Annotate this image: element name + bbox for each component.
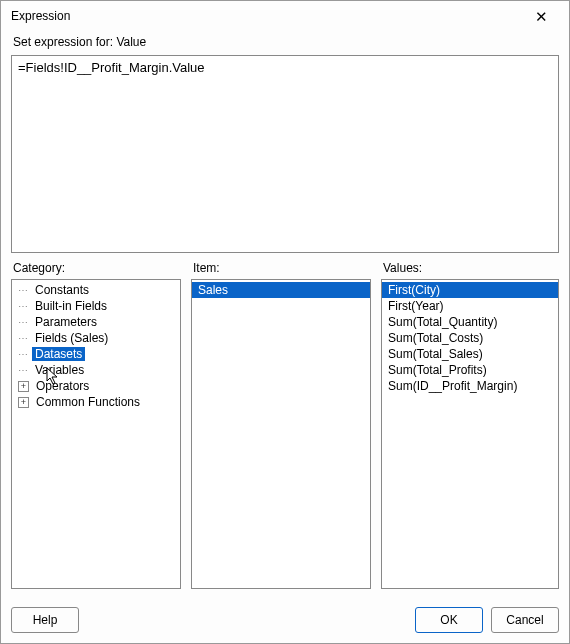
item-label: Item: [193,261,371,275]
tree-leaf-icon: ⋯ [18,301,32,312]
values-column: Values: First(City)First(Year)Sum(Total_… [381,261,559,589]
values-list-item[interactable]: Sum(Total_Costs) [382,330,558,346]
values-list-item[interactable]: Sum(Total_Quantity) [382,314,558,330]
category-item-label: Constants [32,283,92,297]
item-listbox[interactable]: Sales [191,279,371,589]
cancel-button[interactable]: Cancel [491,607,559,633]
category-item-label: Operators [33,379,92,393]
values-list-item[interactable]: First(Year) [382,298,558,314]
help-button[interactable]: Help [11,607,79,633]
values-list-item[interactable]: First(City) [382,282,558,298]
item-column: Item: Sales [191,261,371,589]
category-tree[interactable]: ⋯Constants⋯Built-in Fields⋯Parameters⋯Fi… [11,279,181,589]
category-item-label: Common Functions [33,395,143,409]
dialog-body: Set expression for: Value =Fields!ID__Pr… [1,31,569,599]
category-item[interactable]: ⋯Variables [12,362,180,378]
category-item[interactable]: ⋯Constants [12,282,180,298]
category-column: Category: ⋯Constants⋯Built-in Fields⋯Par… [11,261,181,589]
button-bar: Help OK Cancel [1,599,569,643]
category-item[interactable]: +Operators [12,378,180,394]
tree-leaf-icon: ⋯ [18,285,32,296]
category-item-label: Built-in Fields [32,299,110,313]
titlebar: Expression ✕ [1,1,569,31]
close-button[interactable]: ✕ [521,2,561,30]
tree-leaf-icon: ⋯ [18,333,32,344]
values-label: Values: [383,261,559,275]
tree-leaf-icon: ⋯ [18,349,32,360]
category-item[interactable]: +Common Functions [12,394,180,410]
values-list-item[interactable]: Sum(Total_Profits) [382,362,558,378]
values-listbox[interactable]: First(City)First(Year)Sum(Total_Quantity… [381,279,559,589]
category-item-label: Datasets [32,347,85,361]
lower-panels: Category: ⋯Constants⋯Built-in Fields⋯Par… [11,261,559,589]
cursor-icon [46,367,62,390]
item-list-item[interactable]: Sales [192,282,370,298]
tree-leaf-icon: ⋯ [18,365,32,376]
category-item[interactable]: ⋯Fields (Sales) [12,330,180,346]
expression-dialog: Expression ✕ Set expression for: Value =… [0,0,570,644]
expression-input[interactable]: =Fields!ID__Profit_Margin.Value [11,55,559,253]
set-expression-label: Set expression for: Value [13,35,559,49]
category-label: Category: [13,261,181,275]
values-list-item[interactable]: Sum(ID__Profit_Margin) [382,378,558,394]
category-item[interactable]: ⋯Built-in Fields [12,298,180,314]
tree-leaf-icon: ⋯ [18,317,32,328]
category-item-label: Parameters [32,315,100,329]
ok-button[interactable]: OK [415,607,483,633]
window-title: Expression [11,9,70,23]
expand-icon[interactable]: + [18,397,29,408]
close-icon: ✕ [535,9,548,24]
category-item[interactable]: ⋯Parameters [12,314,180,330]
category-item-label: Fields (Sales) [32,331,111,345]
right-buttons: OK Cancel [415,607,559,633]
expand-icon[interactable]: + [18,381,29,392]
values-list-item[interactable]: Sum(Total_Sales) [382,346,558,362]
category-item[interactable]: ⋯Datasets [12,346,180,362]
